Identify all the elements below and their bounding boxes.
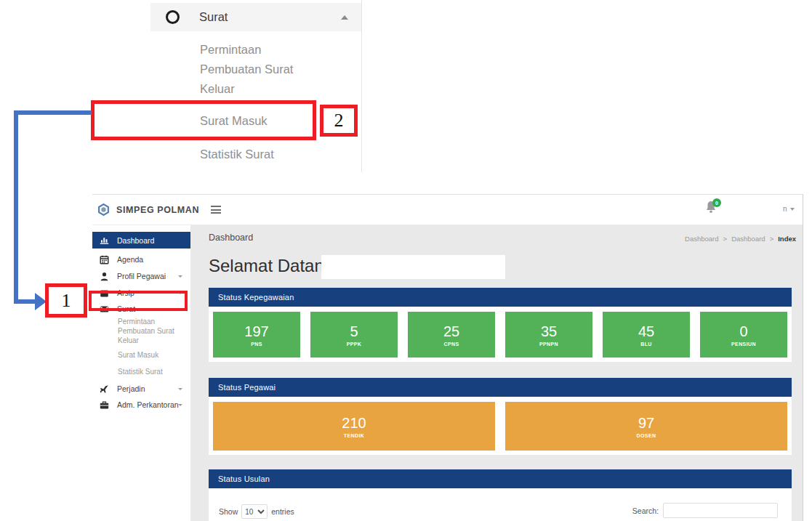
sidebar-item-label: Dashboard <box>117 236 154 245</box>
section-header-status-usulan: Status Usulan <box>209 469 792 488</box>
sidebar-item-agenda[interactable]: Agenda <box>92 251 190 267</box>
arrow-segment-vertical <box>14 110 18 304</box>
breadcrumb-separator: > <box>723 235 728 243</box>
search-input[interactable] <box>663 503 778 518</box>
stat-card-pppk: 5 PPPK <box>310 312 398 358</box>
stat-value: 35 <box>541 323 557 339</box>
annotation-label-2: 2 <box>320 105 358 137</box>
user-dropdown-label: n <box>783 205 787 213</box>
annotation-box-sidebar-surat <box>89 291 188 311</box>
sidebar-item-profil-pegawai[interactable]: Profil Pegawai <box>92 268 190 284</box>
stat-value: 97 <box>638 415 654 431</box>
stat-label: PENSIUN <box>731 342 756 347</box>
sidebar-item-adm-perkantoran[interactable]: Adm. Perkantoran <box>92 397 190 413</box>
search-group: Search: <box>632 503 778 518</box>
stat-label: DOSEN <box>637 433 656 438</box>
app-logo-icon <box>97 203 110 216</box>
user-dropdown[interactable]: n <box>783 205 795 213</box>
briefcase-icon <box>100 400 109 410</box>
breadcrumb-item[interactable]: Dashboard <box>731 235 765 243</box>
section-header-status-kepegawaian: Status Kepegawaian <box>209 288 792 307</box>
excerpt-item-permintaan[interactable]: Permintaan Pembuatan Surat Keluar <box>200 40 325 99</box>
bar-chart-icon <box>100 235 109 245</box>
stat-value: 45 <box>638 323 654 339</box>
stat-label: CPNS <box>443 342 459 347</box>
sidebar-item-label: Profil Pegawai <box>117 272 166 280</box>
brand-title: SIMPEG POLMAN <box>116 205 199 215</box>
stat-value: 197 <box>244 323 268 339</box>
stat-card-pensiun: 0 PENSIUN <box>700 312 787 358</box>
sidebar-subitem-surat-masuk[interactable]: Surat Masuk <box>118 350 158 360</box>
page-length-select[interactable]: 10 <box>241 504 268 519</box>
sidebar-item-perjadin[interactable]: Perjadin <box>92 381 190 397</box>
breadcrumb: Dashboard > Dashboard > Index <box>685 235 796 243</box>
annotation-label-1: 1 <box>45 283 87 318</box>
section-header-status-pegawai: Status Pegawai <box>209 378 792 397</box>
sidebar-subitem-statistik-surat[interactable]: Statistik Surat <box>118 367 163 376</box>
redacted-username-box <box>321 255 505 279</box>
user-icon <box>100 272 109 281</box>
section-body-status-kepegawaian: 197 PNS 5 PPPK 25 CPNS 35 PPNPN 45 BLU <box>209 307 792 362</box>
breadcrumb-item[interactable]: Dashboard <box>685 235 718 243</box>
stat-value: 0 <box>739 323 747 339</box>
chevron-down-icon <box>178 404 182 406</box>
sidebar-item-dashboard[interactable]: Dashboard <box>92 232 190 249</box>
calendar-icon <box>100 255 109 264</box>
sidebar-item-label: Perjadin <box>117 384 145 393</box>
stat-value: 25 <box>443 323 459 339</box>
surat-menu-label: Surat <box>199 10 228 24</box>
stat-card-pns: 197 PNS <box>213 312 300 358</box>
annotation-box-surat-masuk <box>91 100 316 140</box>
hamburger-menu-icon[interactable] <box>211 206 221 214</box>
stat-label: PNS <box>251 342 262 347</box>
stat-card-ppnpn: 35 PPNPN <box>505 312 592 358</box>
page-length-group: Show 10 entries <box>219 504 294 519</box>
search-label: Search: <box>632 506 659 515</box>
arrow-segment-bottom <box>14 299 36 304</box>
tutorial-page: Surat Permintaan Pembuatan Surat Keluar … <box>0 0 812 521</box>
entries-label: entries <box>271 507 294 516</box>
excerpt-item-statistik-surat[interactable]: Statistik Surat <box>200 145 274 164</box>
sidebar-subitem-permintaan[interactable]: Permintaan Pembuatan Surat Keluar <box>118 317 174 345</box>
sidebar-item-label: Agenda <box>117 255 143 264</box>
stat-card-blu: 45 BLU <box>603 312 690 358</box>
stat-label: PPNPN <box>539 342 558 347</box>
section-body-status-usulan: Show 10 entries Search: <box>209 488 792 521</box>
show-label: Show <box>219 507 238 516</box>
stat-card-dosen: 97 DOSEN <box>505 402 787 451</box>
stat-label: TENDIK <box>344 433 364 438</box>
stat-value: 210 <box>342 415 366 431</box>
surat-menu-header[interactable]: Surat <box>150 3 361 31</box>
notification-badge: 0 <box>712 198 721 207</box>
surat-menu-excerpt: Surat Permintaan Pembuatan Surat Keluar … <box>150 0 362 172</box>
welcome-text: Selamat Datang, <box>209 256 339 276</box>
chevron-up-icon <box>341 15 348 20</box>
chevron-down-icon <box>178 275 182 278</box>
top-navbar: SIMPEG POLMAN 0 n <box>92 195 803 225</box>
stat-label: PPPK <box>347 342 362 347</box>
stat-card-tendik: 210 TENDIK <box>213 402 495 451</box>
page-title: Dashboard <box>209 233 253 243</box>
notification-bell[interactable]: 0 <box>705 201 721 218</box>
stat-label: BLU <box>640 342 652 347</box>
main-content: Dashboard Dashboard > Dashboard > Index … <box>190 225 803 521</box>
breadcrumb-separator: > <box>770 235 774 243</box>
table-controls: Show 10 entries Search: <box>209 488 792 521</box>
arrow-segment-top <box>14 110 92 115</box>
chevron-down-icon <box>178 388 182 390</box>
sidebar-item-label: Adm. Perkantoran <box>117 400 179 409</box>
dashboard-screenshot: SIMPEG POLMAN 0 n Dashboard Agenda <box>92 194 803 521</box>
stat-card-cpns: 25 CPNS <box>408 312 495 358</box>
chevron-down-icon <box>790 208 795 211</box>
menu-circle-icon <box>166 10 180 24</box>
stat-value: 5 <box>350 323 358 339</box>
sidebar: Dashboard Agenda Profil Pegawai Arsip Su… <box>92 225 190 521</box>
breadcrumb-current: Index <box>778 235 796 243</box>
section-body-status-pegawai: 210 TENDIK 97 DOSEN <box>209 397 792 455</box>
airplane-icon <box>100 384 109 394</box>
